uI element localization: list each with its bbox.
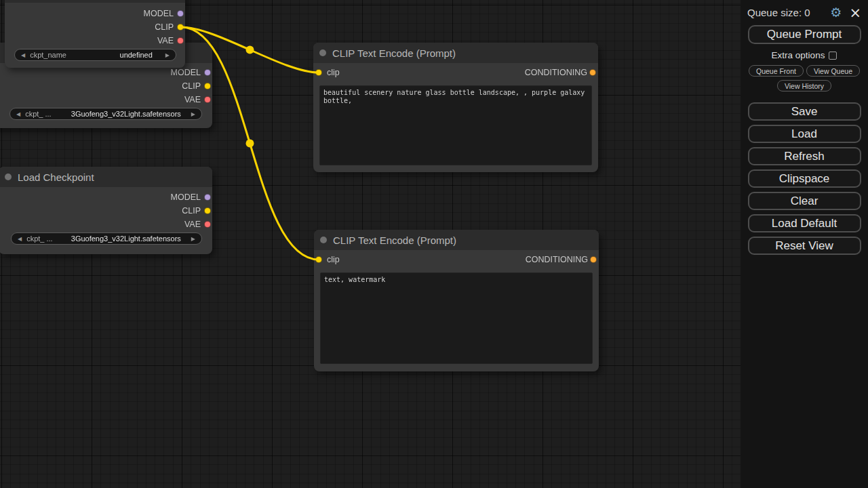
output-label-model: MODEL [171, 192, 201, 202]
clipspace-button[interactable]: Clipspace [748, 169, 861, 188]
node-title-bar[interactable]: Load Checkpoint [0, 167, 212, 187]
node-title: Load Checkpoint [18, 171, 94, 183]
node-collapse-dot-icon[interactable] [319, 49, 326, 56]
ckpt-name-combo-widget[interactable]: ◀ ckpt_ ... 3Guofeng3_v32Light.safetenso… [9, 108, 202, 120]
input-label-clip: clip [327, 68, 340, 77]
node-clip-text-encode-negative[interactable]: CLIP Text Encode (Prompt) clip CONDITION… [314, 230, 599, 371]
output-label-conditioning: CONDITIONING [525, 68, 587, 77]
widget-value: 3Guofeng3_v32Light.safetensors [71, 235, 181, 243]
conditioning-output-slot[interactable] [589, 69, 596, 76]
ckpt-name-combo-widget[interactable]: ◀ ckpt_ ... 3Guofeng3_v32Light.safetenso… [11, 232, 202, 245]
node-collapse-dot-icon[interactable] [5, 174, 12, 180]
view-history-button[interactable]: View History [777, 80, 831, 92]
load-default-button[interactable]: Load Default [748, 214, 861, 232]
queue-prompt-button[interactable]: Queue Prompt [748, 25, 861, 44]
combo-next-icon[interactable]: ▶ [191, 111, 195, 117]
clear-button[interactable]: Clear [748, 192, 861, 210]
vae-output-slot[interactable] [177, 37, 184, 44]
combo-prev-icon[interactable]: ◀ [21, 52, 25, 58]
node-title: CLIP Text Encode (Prompt) [333, 235, 456, 246]
widget-name: ckpt_name [30, 51, 66, 59]
clip-input-slot[interactable] [315, 69, 322, 76]
node-title-bar[interactable]: CLIP Text Encode (Prompt) [313, 43, 598, 63]
widget-value: 3Guofeng3_v32Light.safetensors [71, 110, 181, 118]
queue-size-label: Queue size: 0 [747, 7, 810, 18]
output-label-vae: VAE [184, 95, 201, 104]
reset-view-button[interactable]: Reset View [748, 237, 861, 255]
settings-gear-icon[interactable]: ⚙ [830, 6, 842, 19]
vae-output-slot[interactable] [204, 221, 211, 228]
clip-input-slot[interactable] [315, 256, 322, 263]
clip-output-slot[interactable] [204, 83, 211, 89]
queue-front-button[interactable]: Queue Front [749, 65, 804, 77]
output-label-clip: CLIP [155, 22, 174, 32]
view-queue-button[interactable]: View Queue [806, 65, 860, 77]
positive-prompt-textarea[interactable]: beautiful scenery nature glass bottle la… [319, 85, 592, 165]
clip-output-slot[interactable] [177, 24, 184, 30]
output-label-clip: CLIP [182, 206, 201, 216]
extra-options-checkbox[interactable] [829, 52, 837, 60]
combo-next-icon[interactable]: ▶ [165, 52, 170, 58]
clip-output-slot[interactable] [204, 207, 211, 214]
load-button[interactable]: Load [748, 125, 861, 143]
node-load-checkpoint[interactable]: Load Checkpoint MODEL CLIP VAE ◀ ckpt_ .… [0, 167, 212, 254]
output-label-vae: VAE [157, 36, 174, 45]
save-button[interactable]: Save [748, 102, 861, 121]
node-title: CLIP Text Encode (Prompt) [332, 47, 456, 59]
extra-options-label: Extra options [772, 50, 825, 60]
widget-value: undefined [120, 51, 153, 59]
negative-prompt-textarea[interactable]: text, watermark [320, 272, 593, 364]
node-clip-text-encode-positive[interactable]: CLIP Text Encode (Prompt) clip CONDITION… [313, 43, 598, 172]
output-label-conditioning: CONDITIONING [526, 255, 588, 264]
conditioning-output-slot[interactable] [590, 256, 597, 263]
combo-prev-icon[interactable]: ◀ [18, 236, 22, 242]
output-label-model: MODEL [144, 9, 174, 18]
input-label-clip: clip [327, 255, 340, 264]
combo-next-icon[interactable]: ▶ [191, 236, 195, 242]
model-output-slot[interactable] [204, 69, 211, 76]
widget-name: ckpt_ ... [26, 235, 53, 243]
output-label-vae: VAE [184, 220, 201, 229]
output-label-model: MODEL [171, 68, 201, 77]
vae-output-slot[interactable] [204, 96, 211, 103]
model-output-slot[interactable] [177, 10, 184, 17]
close-icon[interactable]: × [849, 7, 861, 19]
node-title-bar[interactable]: CLIP Text Encode (Prompt) [314, 230, 599, 250]
node-collapse-dot-icon[interactable] [320, 237, 327, 243]
node-load-checkpoint-partial-top[interactable]: MODEL CLIP VAE ◀ ckpt_name undefined ▶ [5, 0, 185, 68]
widget-name: ckpt_ ... [25, 110, 52, 118]
combo-prev-icon[interactable]: ◀ [16, 111, 20, 117]
model-output-slot[interactable] [204, 194, 211, 201]
node-title-bar[interactable] [5, 0, 185, 3]
ckpt-name-combo-widget[interactable]: ◀ ckpt_name undefined ▶ [14, 49, 176, 61]
refresh-button[interactable]: Refresh [748, 147, 861, 165]
comfy-menu-panel: Queue size: 0 ⚙ × Queue Prompt Extra opt… [741, 0, 868, 488]
output-label-clip: CLIP [182, 81, 201, 91]
